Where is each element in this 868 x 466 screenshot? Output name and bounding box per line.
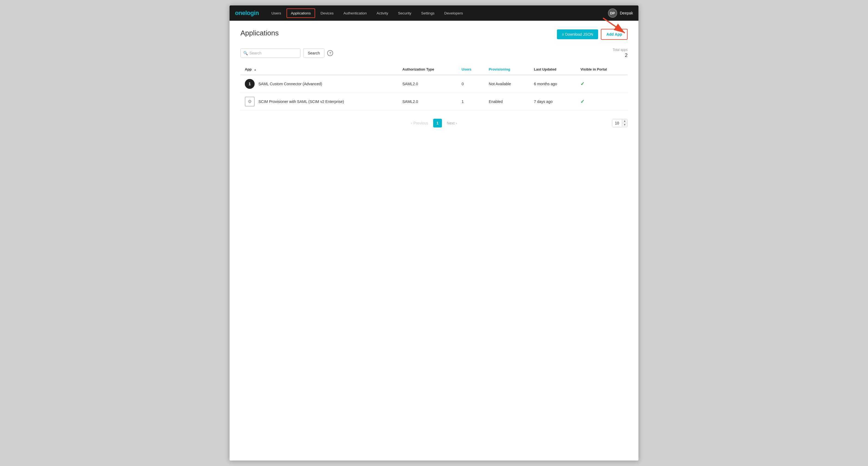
nav-item-applications[interactable]: Applications xyxy=(286,8,315,18)
row1-app-cell: 1 SAML Custom Connector (Advanced) xyxy=(241,75,398,93)
row2-provisioning: Enabled xyxy=(485,93,530,110)
app-icon-1: 1 xyxy=(245,79,255,89)
row2-last-updated: 7 days ago xyxy=(529,93,576,110)
row2-app-cell: ⚙ SCIM Provisioner with SAML (SCIM v2 En… xyxy=(241,93,398,110)
user-name: Deepak xyxy=(620,11,633,15)
col-last-updated-label: Last Updated xyxy=(534,67,556,71)
nav-item-activity[interactable]: Activity xyxy=(372,8,393,18)
brand-name-part1: one xyxy=(235,9,245,16)
apps-table: App ▲ Authorization Type Users Provision… xyxy=(241,64,627,110)
nav-item-users[interactable]: Users xyxy=(267,8,285,18)
per-page-select[interactable]: 10 ▲ ▼ xyxy=(612,119,628,127)
per-page-arrows[interactable]: ▲ ▼ xyxy=(622,119,627,127)
total-apps-count: 2 xyxy=(613,52,627,59)
per-page-down[interactable]: ▼ xyxy=(622,123,627,127)
total-apps-label: Total apps xyxy=(613,48,627,52)
app-icon-2: ⚙ xyxy=(245,97,255,106)
add-app-button[interactable]: Add App xyxy=(601,29,627,40)
col-visible-portal-label: Visible in Portal xyxy=(580,67,607,71)
row2-auth-type: SAML2.0 xyxy=(398,93,457,110)
col-app[interactable]: App ▲ xyxy=(241,64,398,75)
col-auth-type-label: Authorization Type xyxy=(402,67,434,71)
nav-item-devices[interactable]: Devices xyxy=(316,8,338,18)
nav-item-security[interactable]: Security xyxy=(394,8,416,18)
col-app-label: App xyxy=(245,67,252,71)
navbar: onelogin Users Applications Devices Auth… xyxy=(229,5,639,21)
col-visible-portal: Visible in Portal xyxy=(576,64,627,75)
previous-button[interactable]: ‹ Previous xyxy=(408,119,431,127)
pagination: ‹ Previous 1 Next › 10 ▲ ▼ xyxy=(241,119,627,128)
table-head: App ▲ Authorization Type Users Provision… xyxy=(241,64,627,75)
row1-visible-portal: ✓ xyxy=(576,75,627,93)
app-cell-1: 1 SAML Custom Connector (Advanced) xyxy=(245,79,394,89)
sort-arrow-app: ▲ xyxy=(254,68,256,71)
main-content: Applications ± Download JSON Add App � xyxy=(229,21,639,461)
per-page-value: 10 xyxy=(612,119,622,127)
navbar-nav: Users Applications Devices Authenticatio… xyxy=(267,8,608,18)
page-header: Applications ± Download JSON Add App xyxy=(241,29,627,40)
app-cell-2: ⚙ SCIM Provisioner with SAML (SCIM v2 En… xyxy=(245,97,394,106)
app-name-1: SAML Custom Connector (Advanced) xyxy=(258,82,322,86)
brand-name-part2: login xyxy=(245,9,259,16)
col-users-label: Users xyxy=(462,67,471,71)
row1-last-updated: 6 months ago xyxy=(529,75,576,93)
nav-item-settings[interactable]: Settings xyxy=(417,8,439,18)
table-body: 1 SAML Custom Connector (Advanced) SAML2… xyxy=(241,75,627,110)
nav-item-developers[interactable]: Developers xyxy=(440,8,467,18)
help-icon[interactable]: ? xyxy=(327,50,333,56)
current-page[interactable]: 1 xyxy=(433,119,442,128)
search-button[interactable]: Search xyxy=(303,48,324,58)
col-last-updated: Last Updated xyxy=(529,64,576,75)
search-input-wrapper: 🔍 xyxy=(241,48,301,58)
user-menu[interactable]: DP Deepak xyxy=(608,8,633,18)
per-page-up[interactable]: ▲ xyxy=(622,119,627,123)
header-actions: ± Download JSON Add App xyxy=(557,29,627,40)
table-row[interactable]: ⚙ SCIM Provisioner with SAML (SCIM v2 En… xyxy=(241,93,627,110)
col-users: Users xyxy=(457,64,485,75)
page-title: Applications xyxy=(241,29,279,37)
row1-users: 0 xyxy=(457,75,485,93)
check-icon-1: ✓ xyxy=(580,81,585,87)
table-row[interactable]: 1 SAML Custom Connector (Advanced) SAML2… xyxy=(241,75,627,93)
download-json-button[interactable]: ± Download JSON xyxy=(557,29,598,39)
col-provisioning: Provisioning xyxy=(485,64,530,75)
user-avatar: DP xyxy=(608,8,617,18)
row2-visible-portal: ✓ xyxy=(576,93,627,110)
table-header-row: App ▲ Authorization Type Users Provision… xyxy=(241,64,627,75)
row1-auth-type: SAML2.0 xyxy=(398,75,457,93)
next-button[interactable]: Next › xyxy=(444,119,460,127)
brand-logo[interactable]: onelogin xyxy=(235,9,259,16)
search-input[interactable] xyxy=(241,48,301,58)
check-icon-2: ✓ xyxy=(580,99,585,104)
app-name-2: SCIM Provisioner with SAML (SCIM v2 Ente… xyxy=(258,99,344,104)
search-icon: 🔍 xyxy=(243,51,248,55)
search-bar: 🔍 Search ? Total apps 2 xyxy=(241,48,627,59)
total-apps: Total apps 2 xyxy=(613,48,627,59)
row1-provisioning: Not Available xyxy=(485,75,530,93)
nav-item-authentication[interactable]: Authentication xyxy=(339,8,371,18)
browser-frame: onelogin Users Applications Devices Auth… xyxy=(229,5,639,461)
row2-users: 1 xyxy=(457,93,485,110)
col-auth-type: Authorization Type xyxy=(398,64,457,75)
col-provisioning-label: Provisioning xyxy=(489,67,510,71)
